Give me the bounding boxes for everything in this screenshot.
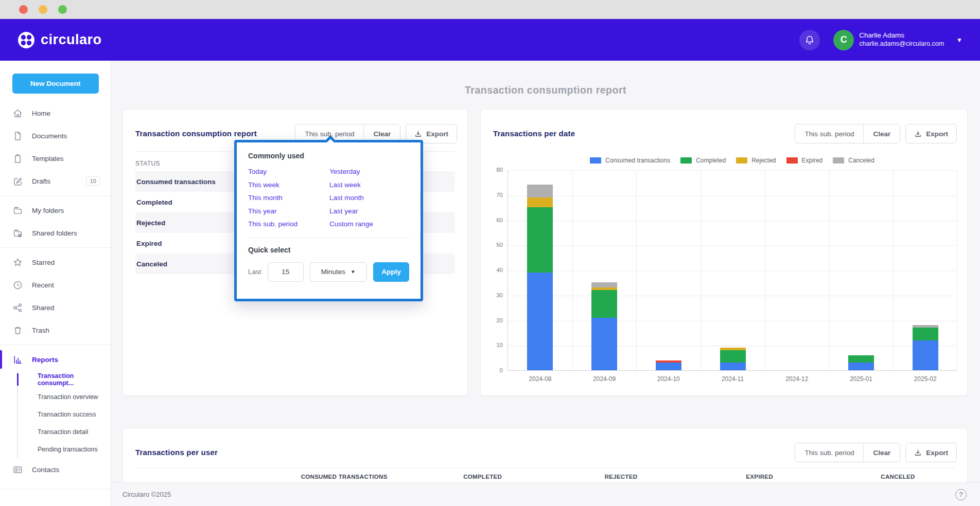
last-label: Last — [248, 268, 261, 276]
sidebar-item-label: Starred — [32, 259, 55, 266]
user-table-column-header: REJECTED — [552, 474, 690, 480]
chart-legend: Consumed transactionsCompletedRejectedEx… — [507, 157, 957, 164]
chart-bar-segment — [656, 360, 681, 363]
sidebar-item-label: Reports — [32, 356, 58, 364]
quick-select-value-input[interactable] — [268, 262, 304, 282]
chart-gridline — [508, 195, 957, 196]
home-icon — [12, 108, 23, 119]
chart-y-tick-label: 80 — [484, 167, 503, 173]
export-button[interactable]: Export — [905, 124, 957, 143]
period-button[interactable]: This sub. period — [795, 443, 863, 462]
chart-legend-item[interactable]: Rejected — [736, 157, 776, 164]
export-button[interactable]: Export — [905, 443, 957, 462]
sidebar-item-shared-folders[interactable]: Shared folders — [0, 222, 111, 244]
reports-subnav: Transaction consumpt...Transaction overv… — [17, 371, 111, 458]
avatar: C — [833, 30, 854, 50]
sidebar-item-contacts[interactable]: Contacts — [0, 458, 111, 481]
period-button[interactable]: This sub. period — [795, 124, 863, 143]
sidebar-item-drafts[interactable]: Drafts10 — [0, 170, 111, 192]
draft-icon — [12, 176, 23, 187]
sidebar-item-label: Templates — [32, 155, 64, 162]
subnav-item-transaction-success[interactable]: Transaction success — [18, 406, 111, 423]
notifications-button[interactable] — [799, 30, 820, 50]
range-link-this-week[interactable]: This week — [248, 180, 329, 191]
chart-x-label: 2025-02 — [893, 375, 957, 383]
chart-y-tick-label: 20 — [484, 317, 503, 323]
range-link-custom-range[interactable]: Custom range — [329, 219, 409, 230]
clear-button[interactable]: Clear — [863, 443, 900, 462]
user-card-title: Transactions per user — [135, 448, 218, 457]
sidebar-item-my-folders[interactable]: My folders — [0, 199, 111, 222]
window-close-button[interactable] — [19, 5, 28, 14]
range-link-last-month[interactable]: Last month — [329, 193, 409, 204]
range-link-today[interactable]: Today — [248, 167, 329, 177]
sidebar-divider — [0, 489, 111, 490]
range-link-last-year[interactable]: Last year — [329, 206, 409, 217]
download-icon — [914, 130, 922, 138]
help-button[interactable]: ? — [955, 489, 967, 500]
bell-icon — [804, 35, 815, 45]
chart-legend-item[interactable]: Canceled — [833, 157, 874, 164]
chart-legend-item[interactable]: Expired — [786, 157, 823, 164]
range-link-last-week[interactable]: Last week — [329, 180, 409, 191]
brand-logo[interactable]: circularo — [18, 31, 102, 49]
chart-x-label: 2024-12 — [765, 375, 829, 383]
range-link-yesterday[interactable]: Yesterday — [329, 167, 409, 177]
sidebar-item-label: Drafts — [32, 177, 50, 185]
status-column-header: STATUS — [135, 160, 160, 167]
chart-y-tick-label: 60 — [484, 217, 503, 223]
sidebar-item-shared[interactable]: Shared — [0, 296, 111, 319]
chart-gridline — [508, 221, 957, 221]
sidebar-item-reports[interactable]: Reports — [0, 348, 111, 371]
legend-swatch — [590, 157, 601, 164]
period-button-group: This sub. period Clear — [795, 443, 900, 462]
page-title: Transaction consumption report — [111, 84, 980, 96]
footer: Circularo ©2025 ? — [111, 482, 980, 506]
sidebar-item-label: Documents — [32, 132, 67, 140]
range-link-this-year[interactable]: This year — [248, 206, 329, 217]
chart-icon — [12, 354, 23, 365]
chart-bar-segment — [527, 185, 553, 197]
consumption-card-title: Transaction consumption report — [135, 129, 257, 138]
window-zoom-button[interactable] — [58, 5, 67, 14]
new-document-button[interactable]: New Document — [12, 74, 99, 94]
sidebar-item-label: Recent — [32, 281, 54, 289]
sidebar-item-home[interactable]: Home — [0, 102, 111, 124]
range-link-this-month[interactable]: This month — [248, 193, 329, 204]
sidebar-item-trash[interactable]: Trash — [0, 319, 111, 341]
user-table-column-header: EXPIRED — [690, 474, 829, 480]
chart-x-label: 2024-08 — [508, 375, 572, 383]
sidebar-item-starred[interactable]: Starred — [0, 251, 111, 274]
chart-bar-segment — [913, 325, 938, 328]
apply-button[interactable]: Apply — [373, 262, 409, 282]
card-divider — [135, 467, 955, 468]
subnav-item-transaction-detail[interactable]: Transaction detail — [18, 423, 111, 441]
sidebar-item-templates[interactable]: Templates — [0, 147, 111, 170]
clear-button[interactable]: Clear — [863, 124, 900, 143]
transactions-per-date-card: Transactions per date This sub. period C… — [480, 109, 968, 396]
window-minimize-button[interactable] — [39, 5, 47, 14]
sidebar-item-label: Trash — [32, 327, 49, 334]
user-menu[interactable]: C Charlie Adams charlie.adams@circularo.… — [833, 30, 962, 50]
user-email: charlie.adams@circularo.com — [859, 40, 944, 48]
share-icon — [12, 302, 23, 313]
unit-select[interactable]: Minutes ▼ — [310, 262, 367, 282]
sidebar-item-recent[interactable]: Recent — [0, 274, 111, 296]
chart-gridline — [508, 346, 957, 346]
chart-gridline — [508, 296, 957, 296]
star-icon — [12, 257, 23, 268]
range-link-this-sub-period[interactable]: This sub. period — [248, 219, 329, 230]
chart-gridline — [636, 170, 637, 370]
chart-legend-item[interactable]: Completed — [680, 157, 726, 164]
subnav-item-transaction-consumpt-[interactable]: Transaction consumpt... — [18, 371, 111, 388]
stacked-bar-chart: 010203040506070802024-082024-092024-1020… — [507, 170, 957, 371]
brand-name: circularo — [41, 32, 102, 48]
chart-gridline — [957, 170, 957, 370]
chart-legend-item[interactable]: Consumed transactions — [590, 157, 670, 164]
chart-y-tick-label: 70 — [484, 192, 503, 198]
subnav-item-transaction-overview[interactable]: Transaction overview — [18, 388, 111, 406]
chart-gridline — [508, 270, 957, 271]
subnav-item-pending-transactions[interactable]: Pending transactions — [18, 441, 111, 458]
sidebar-item-documents[interactable]: Documents — [0, 124, 111, 147]
app-header: circularo C Charlie Adams charlie.adams@… — [0, 19, 980, 61]
